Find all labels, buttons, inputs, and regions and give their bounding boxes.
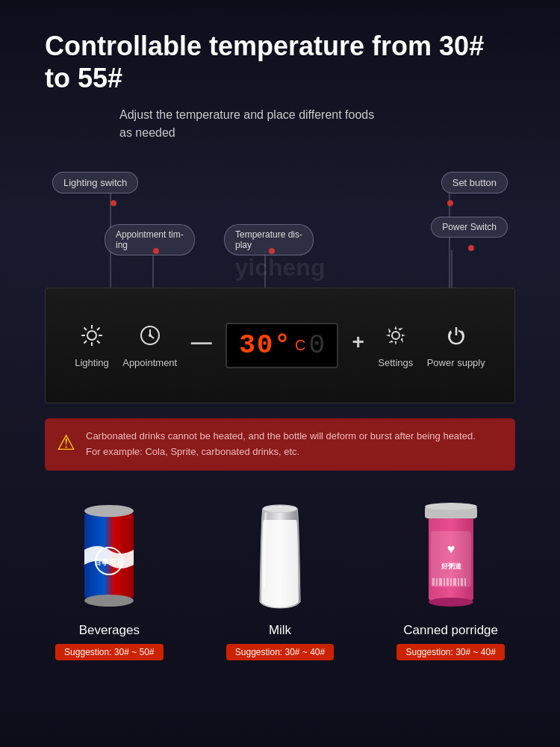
plus-icon: + (352, 330, 364, 354)
temp-zero: 0 (308, 330, 325, 361)
subtitle: Adjust the temperature and place differe… (119, 106, 515, 142)
svg-text:♥: ♥ (447, 542, 455, 557)
clock-icon (138, 323, 162, 351)
set-dot (447, 200, 453, 206)
minus-button[interactable]: — (191, 338, 212, 354)
temp-unit: C (295, 337, 305, 354)
minus-icon: — (191, 330, 212, 354)
power-switch-label: Power Switch (431, 217, 508, 238)
svg-point-22 (84, 505, 134, 517)
svg-rect-37 (439, 578, 442, 586)
product-canned-porridge: ♥ 好粥道 Canned porridge Suggestion: 30# ~ … (371, 496, 530, 660)
lighting-switch-label: Lighting switch (52, 172, 138, 193)
svg-point-27 (263, 505, 297, 512)
svg-rect-44 (464, 578, 466, 586)
appointment-label: Appointment tim-ing (105, 224, 195, 255)
beverages-suggestion: Suggestion: 30# ~ 50# (55, 644, 163, 660)
porridge-suggestion: Suggestion: 30# ~ 40# (396, 644, 504, 660)
device-panel: Lighting Appointment — 30° C 0 (45, 288, 515, 403)
appointment-button[interactable]: Appointment (122, 323, 177, 368)
svg-line-12 (97, 327, 100, 330)
svg-point-5 (87, 331, 96, 340)
plus-button[interactable]: + (352, 338, 364, 354)
porridge-name: Canned porridge (403, 623, 498, 638)
power-icon (444, 323, 468, 351)
beverages-image: 百事可乐 (60, 496, 158, 616)
svg-line-10 (84, 327, 87, 330)
svg-point-17 (149, 334, 152, 337)
products-section: 百事可乐 Beverages Suggestion: 30# ~ 50# (0, 489, 560, 660)
svg-line-13 (84, 341, 87, 344)
svg-text:百事可乐: 百事可乐 (94, 558, 124, 566)
svg-point-30 (425, 503, 477, 510)
power-supply-label: Power supply (427, 357, 485, 368)
product-milk: Milk Suggestion: 30# ~ 40# (201, 496, 360, 660)
page-title: Controllable temperature from 30# to 55# (45, 30, 515, 94)
settings-label: Settings (378, 357, 413, 368)
svg-text:好粥道: 好粥道 (440, 562, 461, 570)
svg-line-11 (97, 341, 100, 344)
warning-box: ⚠ Carbonated drinks cannot be heated, an… (45, 418, 515, 471)
temperature-display: 30° C 0 (225, 323, 338, 368)
power-button[interactable]: Power supply (427, 323, 485, 368)
svg-point-18 (392, 332, 399, 339)
settings-button[interactable]: Settings (378, 323, 413, 368)
lighting-label: Lighting (75, 357, 109, 368)
power-dot (468, 245, 474, 251)
svg-rect-39 (447, 578, 449, 586)
warning-icon: ⚠ (57, 430, 75, 455)
porridge-image: ♥ 好粥道 (402, 496, 500, 616)
svg-rect-35 (432, 578, 435, 586)
appointment-label-panel: Appointment (122, 357, 177, 368)
temp-value: 30° (239, 330, 292, 361)
beverages-name: Beverages (79, 623, 140, 638)
sun-icon (80, 323, 104, 351)
lighting-button[interactable]: Lighting (75, 323, 109, 368)
svg-point-23 (84, 595, 134, 607)
warning-text: Carbonated drinks cannot be heated, and … (86, 429, 476, 460)
gear-icon (384, 323, 408, 351)
svg-rect-40 (450, 578, 452, 586)
svg-rect-43 (461, 578, 463, 586)
svg-point-31 (429, 598, 473, 607)
milk-image (231, 496, 329, 616)
set-button-label: Set button (441, 172, 508, 193)
product-beverages: 百事可乐 Beverages Suggestion: 30# ~ 50# (30, 496, 189, 660)
svg-rect-41 (453, 578, 456, 586)
svg-rect-38 (444, 578, 445, 586)
panel-section: Lighting switch Set button Appointment t… (45, 164, 515, 403)
lighting-dot (111, 200, 116, 206)
milk-suggestion: Suggestion: 30# ~ 40# (226, 644, 334, 660)
milk-name: Milk (269, 623, 291, 638)
svg-rect-42 (458, 578, 459, 586)
svg-rect-36 (436, 578, 438, 586)
